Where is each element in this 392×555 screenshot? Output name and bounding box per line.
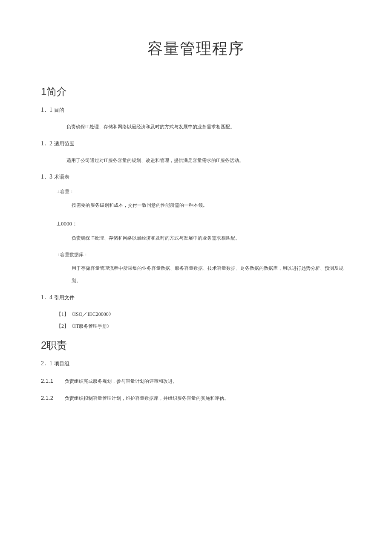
section-1-3-heading: 1. 3术语表 <box>41 173 351 181</box>
section-num: 1. 2 <box>41 140 53 147</box>
section-label: 术语表 <box>54 174 69 180</box>
term-3-def: 用于存储容量管理流程中所采集的业务容量数据、服务容量数据、技术容量数据、财务数据… <box>72 262 351 286</box>
section-num: 2. 1 <box>41 360 53 367</box>
item-num: 2.1.2 <box>41 395 65 401</box>
section-2-1-heading: 2. 1项目组 <box>41 360 351 367</box>
doc-title: 容量管理程序 <box>41 38 351 59</box>
section-label: 适用范围 <box>54 141 75 147</box>
section-1-2-text: 适用于公司通过对IT服务容量的规划、改进和管理，提供满足容量需求的IT服务活动。 <box>66 154 351 167</box>
item-2-1-2: 2.1.2 负责组织拟制容量管理计划，维护容量数据库，并组织服务容量的实施和评估… <box>41 395 351 402</box>
section-num: 1. 3 <box>41 173 53 180</box>
ref-2: 【2】《IT服务管理手册》 <box>56 320 351 332</box>
section-num: 1. 1 <box>41 107 53 113</box>
ref-1: 【1】《ISO／IEC20000》 <box>56 308 351 321</box>
item-2-1-1: 2.1.1 负责组织完成服务规划，参与容量计划的评审和改进。 <box>41 378 351 384</box>
section-1-1-heading: 1. 1目的 <box>41 106 351 114</box>
term-1-def: 按需要的服务级别和成本，交付一致同意的性能所需的一种本领。 <box>72 199 351 211</box>
term-2-def: 负责确保IT处理、存储和网络以最经济和及时的方式与发展中的业务需求相匹配。 <box>72 232 351 244</box>
ref-2-b: 服务管理手册》 <box>79 324 112 329</box>
item-num: 2.1.1 <box>41 378 65 384</box>
section-1-heading: 1简介 <box>41 85 351 98</box>
section-2-heading: 2职责 <box>41 338 351 352</box>
section-1-1-text: 负责确保IT处理、存储和网络以最经济和及时的方式与发展中的业务需求相匹配。 <box>66 121 351 133</box>
section-1-4-heading: 1. 4引用文件 <box>41 294 351 301</box>
section-label: 目的 <box>54 107 64 113</box>
item-text: 负责组织完成服务规划，参与容量计划的评审和改进。 <box>65 378 177 384</box>
section-1-2-heading: 1. 2适用范围 <box>41 140 351 147</box>
term-2-label: ⊥0000： <box>56 220 351 228</box>
item-text: 负责组织拟制容量管理计划，维护容量数据库，并组织服务容量的实施和评估。 <box>65 395 229 402</box>
term-3-label: ⊥容量数据库： <box>56 251 351 258</box>
section-num: 1. 4 <box>41 294 53 301</box>
ref-2-a: 【2】《IT <box>56 323 79 329</box>
section-label: 引用文件 <box>54 295 75 301</box>
term-1-label: ⊥容量： <box>56 188 351 195</box>
section-label: 项目组 <box>54 361 69 367</box>
